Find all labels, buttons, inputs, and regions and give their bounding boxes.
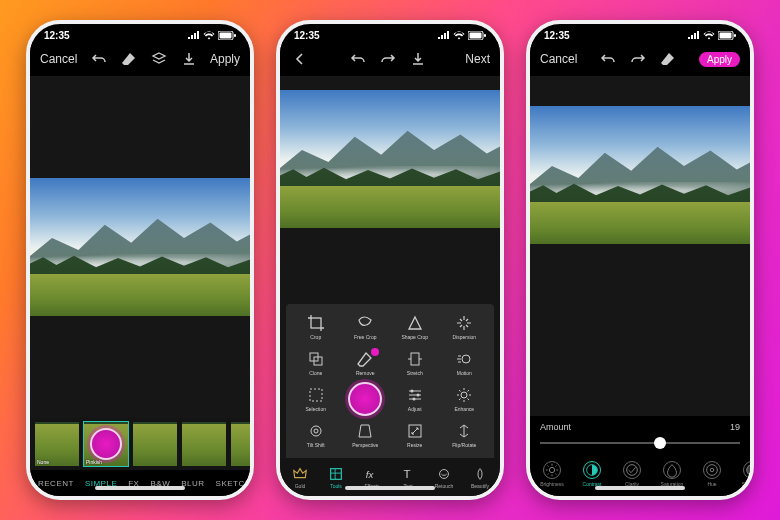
tool-flip-rotate[interactable]: Flip/Rotate xyxy=(441,418,489,452)
cat-fx[interactable]: FX xyxy=(128,479,139,488)
eraser-icon[interactable] xyxy=(119,48,139,70)
wifi-icon xyxy=(453,31,465,40)
filter-strip: None Pinkish xyxy=(30,418,250,470)
phone-mock-2: 12:35 Next CropFree CropShape CropDisper… xyxy=(276,20,504,500)
svg-rect-5 xyxy=(484,34,486,37)
filter-thumb[interactable] xyxy=(132,421,178,467)
download-icon[interactable] xyxy=(408,48,428,70)
svg-text:T: T xyxy=(404,468,411,480)
cat-simple[interactable]: SIMPLE xyxy=(85,479,117,488)
download-icon[interactable] xyxy=(179,48,199,70)
adjust-shadows[interactable]: Shadows xyxy=(732,461,750,487)
tool-adjust[interactable]: Adjust xyxy=(391,382,439,416)
svg-rect-25 xyxy=(734,34,736,37)
nav-beautify[interactable]: Beautify xyxy=(462,466,498,489)
nav-retouch[interactable]: Retouch xyxy=(426,466,462,489)
canvas[interactable] xyxy=(530,76,750,416)
signal-icon xyxy=(688,31,700,39)
redo-icon[interactable] xyxy=(378,48,398,70)
phone-mock-1: 12:35 Cancel Apply None Pinkish xyxy=(26,20,254,500)
layers-icon[interactable] xyxy=(149,48,169,70)
filter-thumb[interactable] xyxy=(230,421,250,467)
cancel-button[interactable]: Cancel xyxy=(40,48,77,70)
svg-rect-2 xyxy=(234,34,236,37)
status-icons xyxy=(438,31,486,40)
svg-point-29 xyxy=(707,465,718,476)
filter-thumb-none[interactable]: None xyxy=(34,421,80,467)
svg-rect-1 xyxy=(220,32,232,38)
filter-thumb[interactable] xyxy=(181,421,227,467)
cat-sketch[interactable]: SKETCH xyxy=(216,479,251,488)
apply-button[interactable]: Apply xyxy=(210,48,240,70)
nav-tools[interactable]: Tools xyxy=(318,466,354,489)
tool-curves[interactable]: Curves xyxy=(342,382,390,416)
tool-motion[interactable]: Motion xyxy=(441,346,489,380)
canvas[interactable]: CropFree CropShape CropDispersionCloneRe… xyxy=(280,76,500,458)
bottom-nav: GoldToolsfxEffectsTTextRetouchBeautify xyxy=(280,458,500,496)
tool-remove[interactable]: Remove xyxy=(342,346,390,380)
nav-text[interactable]: TText xyxy=(390,466,426,489)
status-icons xyxy=(188,31,236,40)
photo-landscape xyxy=(30,178,250,316)
cat-bw[interactable]: B&W xyxy=(150,479,170,488)
svg-rect-19 xyxy=(331,468,342,479)
wifi-icon xyxy=(203,31,215,40)
apply-pill-button[interactable]: Apply xyxy=(699,52,740,67)
adjust-saturation[interactable]: Saturation xyxy=(652,461,692,487)
cat-blur[interactable]: BLUR xyxy=(181,479,204,488)
nav-effects[interactable]: fxEffects xyxy=(354,466,390,489)
status-time: 12:35 xyxy=(544,30,570,41)
adjust-clarity[interactable]: Clarity xyxy=(612,461,652,487)
undo-icon[interactable] xyxy=(348,48,368,70)
notch xyxy=(340,24,440,40)
tools-grid: CropFree CropShape CropDispersionCloneRe… xyxy=(286,304,494,458)
eraser-icon[interactable] xyxy=(658,48,678,70)
svg-point-12 xyxy=(410,390,413,393)
adjust-hue[interactable]: Hue xyxy=(692,461,732,487)
svg-point-13 xyxy=(416,394,419,397)
tool-tilt-shift[interactable]: Tilt Shift xyxy=(292,418,340,452)
phone-mock-3: 12:35 Cancel Apply Amount 19 xyxy=(526,20,754,500)
nav-gold[interactable]: Gold xyxy=(282,466,318,489)
svg-point-14 xyxy=(412,398,415,401)
undo-icon[interactable] xyxy=(598,48,618,70)
tool-stretch[interactable]: Stretch xyxy=(391,346,439,380)
tool-enhance[interactable]: Enhance xyxy=(441,382,489,416)
tool-free-crop[interactable]: Free Crop xyxy=(342,310,390,344)
svg-point-26 xyxy=(549,467,554,472)
status-icons xyxy=(688,31,736,40)
tool-crop[interactable]: Crop xyxy=(292,310,340,344)
battery-icon xyxy=(468,31,486,40)
adjust-bar: BrightnessContrastClaritySaturationHueSh… xyxy=(530,452,750,496)
tool-shape-crop[interactable]: Shape Crop xyxy=(391,310,439,344)
photo-landscape xyxy=(530,106,750,244)
svg-rect-24 xyxy=(720,32,732,38)
status-time: 12:35 xyxy=(294,30,320,41)
svg-text:fx: fx xyxy=(366,468,375,479)
tool-dispersion[interactable]: Dispersion xyxy=(441,310,489,344)
tool-resize[interactable]: Resize xyxy=(391,418,439,452)
svg-point-22 xyxy=(440,469,449,478)
redo-icon[interactable] xyxy=(628,48,648,70)
svg-rect-9 xyxy=(411,353,419,365)
undo-icon[interactable] xyxy=(89,48,109,70)
canvas[interactable] xyxy=(30,76,250,418)
amount-row: Amount 19 xyxy=(530,416,750,452)
tool-clone[interactable]: Clone xyxy=(292,346,340,380)
tool-selection[interactable]: Selection xyxy=(292,382,340,416)
cancel-button[interactable]: Cancel xyxy=(540,48,577,70)
amount-slider[interactable] xyxy=(540,434,740,452)
back-icon[interactable] xyxy=(290,48,310,70)
adjust-contrast[interactable]: Contrast xyxy=(572,461,612,487)
adjust-brightness[interactable]: Brightness xyxy=(532,461,572,487)
signal-icon xyxy=(188,31,200,39)
filter-thumb-selected[interactable]: Pinkish xyxy=(83,421,129,467)
photo-landscape xyxy=(280,90,500,228)
svg-point-15 xyxy=(461,392,467,398)
svg-point-16 xyxy=(311,426,321,436)
notch xyxy=(90,24,190,40)
next-button[interactable]: Next xyxy=(465,48,490,70)
tool-perspective[interactable]: Perspective xyxy=(342,418,390,452)
cat-recent[interactable]: RECENT xyxy=(38,479,74,488)
top-bar: Cancel Apply xyxy=(30,42,250,76)
